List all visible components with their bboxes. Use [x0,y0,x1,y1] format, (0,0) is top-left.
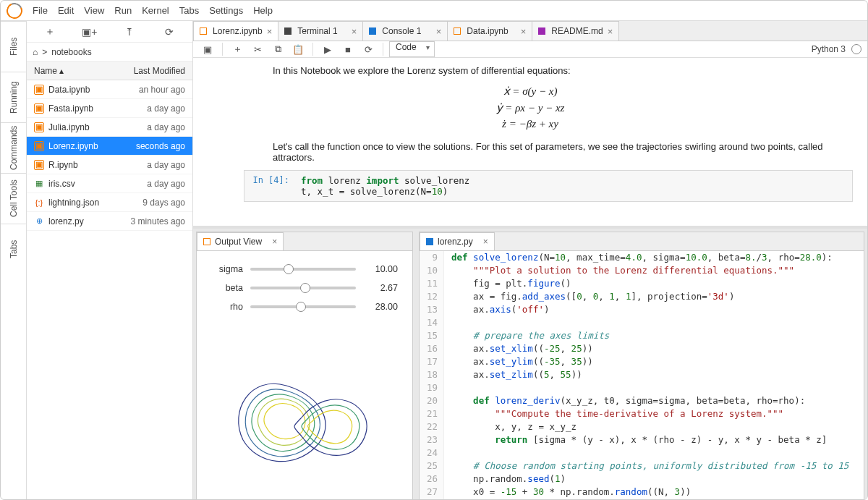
editor-line[interactable]: 23 return [sigma * (y - x), x * (rho - z… [420,433,864,446]
close-icon[interactable]: × [272,237,277,247]
tab-lorenz-py[interactable]: lorenz.py × [420,232,495,250]
slider-label: beta [211,283,243,293]
slider-input[interactable] [250,287,356,289]
line-number: 18 [420,368,444,381]
side-tab-commands[interactable]: Commands [1,122,26,173]
close-icon[interactable]: × [521,26,527,37]
sort-asc-icon[interactable]: ▴ [59,66,64,76]
dock-tab[interactable]: Console 1× [362,21,448,41]
insert-cell-button[interactable]: ＋ [229,41,246,57]
tab-type-icon [454,27,462,35]
file-type-icon: ▣ [34,160,44,170]
slider-rho: rho28.00 [211,297,398,316]
slider-input[interactable] [250,268,356,271]
tab-type-icon [200,27,208,35]
side-tab-running[interactable]: Running [1,72,26,122]
editor-line[interactable]: 14 [420,316,864,329]
editor-line[interactable]: 12 ax = fig.add_axes([0, 0, 1, 1], proje… [420,290,864,303]
file-modified-label: seconds ago [136,141,185,151]
editor-line[interactable]: 27 x0 = -15 + 30 * np.random.random((N, … [420,486,864,499]
editor-line[interactable]: 16 ax.set_xlim((-25, 25)) [420,342,864,355]
slider-input[interactable] [250,305,356,308]
menu-file[interactable]: File [33,5,48,16]
line-number: 13 [420,303,444,316]
home-icon[interactable]: ⌂ [33,47,38,57]
file-row[interactable]: ▣Fasta.ipynba day ago [27,99,192,118]
file-name-label: Lorenz.ipynb [48,141,98,151]
editor-line[interactable]: 22 x, y, z = x_y_z [420,420,864,433]
editor-line[interactable]: 25 # Choose random starting points, unif… [420,459,864,473]
line-number: 17 [420,355,444,368]
editor-line[interactable]: 26 np.random.seed(1) [420,473,864,486]
dock-tab[interactable]: Lorenz.ipynb× [193,21,278,41]
breadcrumb-path[interactable]: notebooks [51,47,91,57]
line-number: 22 [420,420,444,433]
editor-line[interactable]: 13 ax.axis('off') [420,303,864,316]
cell-type-select[interactable]: Code [389,41,435,57]
file-row[interactable]: ▣Lorenz.ipynbseconds ago [27,137,192,156]
file-row[interactable]: ▦iris.csva day ago [27,174,192,193]
menu-help[interactable]: Help [253,5,273,16]
math-equations: ẋ = σ(y − x) ẏ = ρx − y − xz ż = −βz + x… [208,83,853,132]
close-icon[interactable]: × [608,26,613,37]
side-tab-files[interactable]: Files [1,21,26,72]
interrupt-kernel-button[interactable]: ■ [339,41,357,57]
copy-cell-button[interactable]: ⧉ [269,41,286,57]
code-cell[interactable]: In [4]: from lorenz import solve_lorenz … [244,170,853,202]
tab-output-view[interactable]: Output View × [197,232,284,250]
menu-edit[interactable]: Edit [58,5,74,16]
dock-tab[interactable]: README.md× [532,21,619,41]
refresh-button[interactable]: ⟳ [159,24,179,40]
breadcrumb[interactable]: ⌂ > notebooks [27,43,192,62]
menu-view[interactable]: View [84,5,104,16]
dock-tab[interactable]: Data.ipynb× [447,21,532,41]
editor-line[interactable]: 15 # prepare the axes limits [420,329,864,342]
editor-line[interactable]: 21 """Compute the time-derivative of a L… [420,407,864,420]
editor-line[interactable]: 18 ax.set_zlim((5, 55)) [420,368,864,381]
menu-tabs[interactable]: Tabs [179,5,199,16]
dock-tab[interactable]: Terminal 1× [278,21,363,41]
file-list-header[interactable]: Name ▴ Last Modified [27,62,192,80]
new-folder-button[interactable]: ▣+ [80,24,100,40]
new-launcher-button[interactable]: ＋ [40,24,60,40]
cut-cell-button[interactable]: ✂ [249,41,266,57]
line-number: 9 [420,251,444,264]
file-row[interactable]: ▣Data.ipynban hour ago [27,80,192,99]
editor-line[interactable]: 10 """Plot a solution to the Lorenz diff… [420,264,864,277]
close-icon[interactable]: × [267,26,273,37]
side-tab-cell-tools[interactable]: Cell Tools [1,173,26,224]
save-button[interactable]: ▣ [199,41,216,57]
widget-sliders: sigma10.00beta2.67rho28.00 [197,251,412,325]
editor-line[interactable]: 24 [420,446,864,459]
restart-kernel-button[interactable]: ⟳ [359,41,377,57]
side-tab-tabs[interactable]: Tabs [1,224,26,274]
menu-run[interactable]: Run [114,5,132,16]
close-icon[interactable]: × [483,237,488,247]
slider-sigma: sigma10.00 [211,260,398,279]
menu-kernel[interactable]: Kernel [142,5,169,16]
editor-line[interactable]: 20 def lorenz_deriv(x_y_z, t0, sigma=sig… [420,394,864,407]
editor-line[interactable]: 17 ax.set_ylim((-35, 35)) [420,355,864,368]
close-icon[interactable]: × [352,26,357,37]
file-row[interactable]: ▣R.ipynba day ago [27,156,192,174]
paste-cell-button[interactable]: 📋 [289,41,307,57]
editor-line[interactable]: 11 fig = plt.figure() [420,277,864,290]
close-icon[interactable]: × [436,26,442,37]
code-editor[interactable]: 9def solve_lorenz(N=10, max_time=4.0, si… [420,251,864,500]
file-type-icon: ▣ [34,85,44,95]
python-file-icon [426,238,433,245]
file-name-label: R.ipynb [48,160,78,170]
editor-line[interactable]: 19 [420,381,864,394]
file-row[interactable]: ▣Julia.ipynba day ago [27,118,192,137]
kernel-name[interactable]: Python 3 [812,44,846,54]
editor-line[interactable]: 9def solve_lorenz(N=10, max_time=4.0, si… [420,251,864,264]
upload-button[interactable]: ⤒ [119,24,140,40]
code-source[interactable]: from lorenz import solve_lorenz t, x_t =… [295,171,475,201]
file-row[interactable]: {:}lightning.json9 days ago [27,193,192,212]
file-modified-label: a day ago [147,103,185,114]
file-row[interactable]: ⊕lorenz.py3 minutes ago [27,212,192,231]
notebook-body[interactable]: In this Notebook we explore the Lorenz s… [193,58,867,226]
run-cell-button[interactable]: ▶ [319,41,336,57]
line-number: 20 [420,394,444,407]
menu-settings[interactable]: Settings [209,5,243,16]
